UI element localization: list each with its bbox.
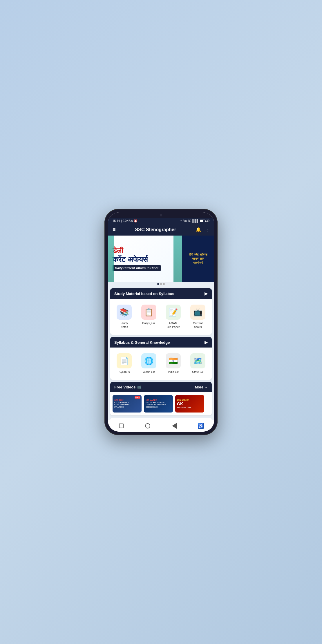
- syllabus-item[interactable]: 📄 Syllabus: [113, 351, 136, 376]
- study-material-header[interactable]: Study Material based on Syllabus ▶: [110, 288, 212, 299]
- state-gk-icon: 🗺️: [190, 353, 205, 368]
- study-notes-item[interactable]: 📚 StudyNotes: [113, 302, 136, 331]
- syllabus-gk-arrow: ▶: [205, 340, 208, 345]
- daily-quiz-label: Daily Quiz: [142, 321, 155, 325]
- notch-area: [108, 212, 214, 218]
- alarm-icon: ⏰: [134, 219, 137, 222]
- contact-us-section: Contact Us: [110, 418, 212, 420]
- syllabus-label: Syllabus: [119, 370, 130, 374]
- time-display: 15:14: [113, 219, 120, 222]
- current-affairs-icon: 📺: [190, 305, 205, 320]
- more-link[interactable]: More →: [195, 385, 208, 389]
- syllabus-icon: 📄: [117, 353, 132, 368]
- study-notes-icon: 📚: [117, 305, 132, 320]
- study-material-grid: 📚 StudyNotes 📋 Daily Quiz 📝: [110, 299, 212, 335]
- free-videos-title: Free Videos 📹: [114, 385, 141, 389]
- banner-left: डेली करेंट अफेयर्स Daily Current Affairs…: [108, 243, 182, 274]
- free-videos-header: Free Videos 📹 More →: [110, 382, 212, 392]
- old-paper-icon: 📝: [166, 305, 181, 320]
- video-thumb-2[interactable]: 100 MARKS SSC STENOGRAPHERENGLISH KA SYL…: [144, 395, 173, 413]
- state-gk-item[interactable]: 🗺️ State Gk: [186, 351, 210, 376]
- camera-dot: [160, 214, 162, 216]
- more-options-icon[interactable]: ⋮: [205, 227, 209, 232]
- app-title: SSC Stenographer: [119, 227, 192, 232]
- video-thumb-3-label: SSC STENO GK PREVIOUS YEAR: [175, 395, 204, 413]
- nav-home-btn[interactable]: [144, 422, 151, 429]
- banner-right-box: हिंदी करेंट अफेयससामान्य ज्ञानप्रश्नोत्त…: [182, 236, 214, 282]
- daily-quiz-icon: 📋: [141, 305, 156, 320]
- banner-hindi-sub: करेंट अफेयर्स: [113, 255, 178, 264]
- bottom-nav: ♿: [108, 420, 214, 432]
- square-icon: [119, 424, 124, 428]
- person-icon: ♿: [198, 423, 204, 429]
- state-gk-label: State Gk: [192, 370, 203, 374]
- syllabus-gk-title: Syllabus & General Knowledge: [114, 340, 170, 345]
- banner-english-text: Daily Current Affairs in Hindi: [113, 265, 161, 271]
- india-gk-item[interactable]: 🇮🇳 India Gk: [162, 351, 185, 376]
- teal-left-deco: [108, 236, 114, 282]
- bluetooth-icon: ✦: [180, 219, 182, 222]
- syllabus-gk-grid: 📄 Syllabus 🌐 World Gk 🇮🇳: [110, 348, 212, 380]
- notification-icon[interactable]: 🔔: [196, 227, 201, 232]
- world-gk-label: World Gk: [143, 370, 155, 374]
- banner-hindi-main: डेली: [113, 247, 178, 255]
- india-gk-label: India Gk: [168, 370, 179, 374]
- old-paper-item[interactable]: 📝 EXAMOld Paper: [162, 302, 185, 331]
- video-thumb-2-label: 100 MARKS SSC STENOGRAPHERENGLISH KA SYL…: [144, 395, 173, 413]
- video-thumb-3[interactable]: SSC STENO GK PREVIOUS YEAR: [175, 395, 204, 413]
- scroll-content[interactable]: डेली करेंट अफेयर्स Daily Current Affairs…: [108, 236, 214, 420]
- circle-icon: [145, 423, 150, 428]
- old-paper-label: EXAMOld Paper: [167, 321, 180, 329]
- app-bar-icons: 🔔 ⋮: [196, 227, 209, 232]
- banner-bg: डेली करेंट अफेयर्स Daily Current Affairs…: [108, 236, 214, 282]
- video-thumb-1-badge: ADDA: [135, 396, 140, 399]
- video-thumb-1[interactable]: SSC 2022 STENOGRAPHEREXAM PATTERN &SYLLA…: [113, 395, 142, 413]
- banner-right-text: हिंदी करेंट अफेयससामान्य ज्ञानप्रश्नोत्त…: [189, 253, 207, 265]
- app-bar: ≡ SSC Stenographer 🔔 ⋮: [108, 224, 214, 236]
- network-icon: Vo 4G: [183, 219, 191, 222]
- world-gk-item[interactable]: 🌐 World Gk: [137, 351, 161, 376]
- world-gk-icon: 🌐: [141, 353, 156, 368]
- india-gk-icon: 🇮🇳: [166, 353, 181, 368]
- study-material-title: Study Material based on Syllabus: [114, 292, 174, 296]
- menu-icon[interactable]: ≡: [113, 227, 116, 233]
- teal-right-deco: [173, 236, 182, 282]
- nav-accessibility-btn[interactable]: ♿: [197, 422, 204, 429]
- nav-square-btn[interactable]: [118, 422, 125, 429]
- phone-device: 15:14 | 0.0KB/s ⏰ ✦ Vo 4G ▌▌▌ 39 ≡ SSC S…: [104, 209, 218, 435]
- syllabus-gk-section: Syllabus & General Knowledge ▶ 📄 Syllabu…: [110, 337, 212, 380]
- speed-display: | 0.0KB/s: [121, 219, 133, 222]
- study-material-section: Study Material based on Syllabus ▶ 📚 Stu…: [110, 288, 212, 335]
- video-thumbnails-list[interactable]: SSC 2022 STENOGRAPHEREXAM PATTERN &SYLLA…: [110, 392, 212, 415]
- nav-back-btn[interactable]: [171, 422, 178, 429]
- free-videos-section: Free Videos 📹 More → SSC 2022 STENOGRAPH…: [110, 382, 212, 415]
- current-affairs-item[interactable]: 📺 CurrentAffairs: [186, 302, 210, 331]
- carousel-indicator: [108, 282, 214, 286]
- phone-screen: 15:14 | 0.0KB/s ⏰ ✦ Vo 4G ▌▌▌ 39 ≡ SSC S…: [108, 212, 214, 432]
- status-left: 15:14 | 0.0KB/s ⏰: [113, 219, 137, 222]
- current-affairs-label: CurrentAffairs: [193, 321, 202, 329]
- battery-icon: [200, 220, 205, 222]
- study-notes-label: StudyNotes: [120, 321, 128, 329]
- battery-pct: 39: [206, 219, 209, 222]
- syllabus-gk-header[interactable]: Syllabus & General Knowledge ▶: [110, 337, 212, 348]
- signal-icon: ▌▌▌: [193, 219, 199, 222]
- daily-quiz-item[interactable]: 📋 Daily Quiz: [137, 302, 161, 331]
- status-bar: 15:14 | 0.0KB/s ⏰ ✦ Vo 4G ▌▌▌ 39: [108, 218, 214, 224]
- camera-icon: 📹: [137, 385, 141, 389]
- study-material-arrow: ▶: [205, 291, 208, 296]
- triangle-icon: [172, 423, 177, 429]
- banner-section: डेली करेंट अफेयर्स Daily Current Affairs…: [108, 236, 214, 282]
- status-right: ✦ Vo 4G ▌▌▌ 39: [180, 219, 209, 222]
